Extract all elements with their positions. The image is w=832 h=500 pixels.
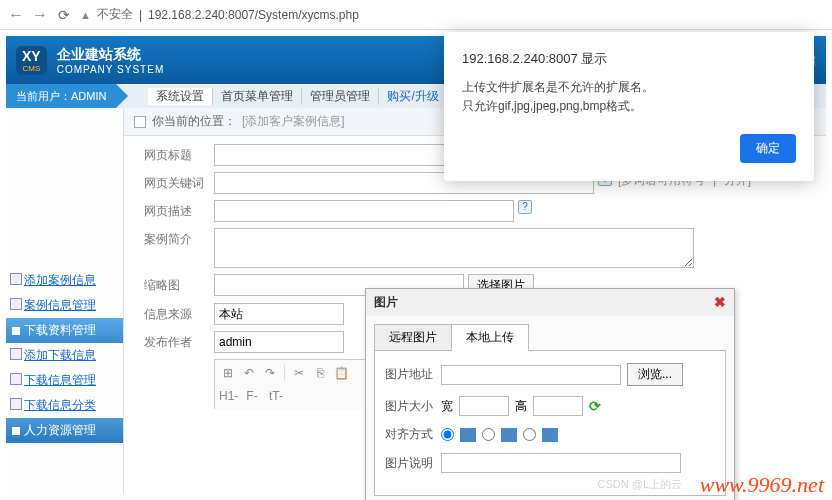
menu-homepage[interactable]: 首页菜单管理	[213, 88, 302, 105]
alert-message: 上传文件扩展名是不允许的扩展名。 只允许gif,jpg,jpeg,png,bmp…	[462, 78, 796, 116]
alert-title: 192.168.2.240:8007 显示	[462, 50, 796, 68]
undo-icon[interactable]: ↶	[240, 364, 258, 382]
input-width[interactable]	[459, 396, 509, 416]
sidebar-group-hr[interactable]: 人力资源管理	[6, 418, 123, 443]
sidebar: 添加案例信息 案例信息管理 下载资料管理 添加下载信息 下载信息管理 下载信息分…	[6, 108, 124, 494]
heading-dropdown[interactable]: H1-	[219, 387, 237, 405]
label-height: 高	[515, 398, 527, 415]
input-img-url[interactable]	[441, 365, 621, 385]
label-align: 对齐方式	[385, 426, 435, 443]
current-user: 当前用户：ADMIN	[6, 84, 116, 108]
back-button[interactable]: ←	[8, 6, 24, 24]
not-secure-label: 不安全	[97, 6, 133, 23]
url-text: 192.168.2.240:8007/System/xycms.php	[148, 8, 359, 22]
label-author: 发布作者	[144, 331, 214, 351]
input-caption[interactable]	[441, 453, 681, 473]
label-thumb: 缩略图	[144, 274, 214, 294]
alert-line1: 上传文件扩展名是不允许的扩展名。	[462, 78, 796, 97]
label-source: 信息来源	[144, 303, 214, 323]
sidebar-group-download-label: 下载资料管理	[24, 322, 96, 339]
align-radio-3[interactable]	[523, 428, 536, 441]
label-caption: 图片说明	[385, 455, 435, 472]
square-icon	[12, 427, 20, 435]
js-alert: 192.168.2.240:8007 显示 上传文件扩展名是不允许的扩展名。 只…	[444, 32, 814, 181]
input-author[interactable]	[214, 331, 344, 353]
app-title-en: COMPANY SYSTEM	[57, 64, 165, 75]
tab-local[interactable]: 本地上传	[451, 324, 529, 351]
refresh-icon[interactable]: ⟳	[589, 398, 601, 414]
fontsize-dropdown[interactable]: tT-	[267, 387, 285, 405]
cut-icon[interactable]: ✂	[290, 364, 308, 382]
label-keywords: 网页关键词	[144, 172, 214, 192]
label-width: 宽	[441, 398, 453, 415]
sidebar-case-manage[interactable]: 案例信息管理	[6, 293, 123, 318]
font-dropdown[interactable]: F-	[243, 387, 261, 405]
align-img-icon	[501, 428, 517, 442]
image-dialog: 图片 ✖ 远程图片 本地上传 图片地址 浏览... 图片大小 宽 高 ⟳ 对齐方…	[365, 288, 735, 500]
label-desc: 网页描述	[144, 200, 214, 220]
csdn-watermark: CSDN @L上的云	[597, 477, 682, 492]
forward-button[interactable]: →	[32, 6, 48, 24]
copy-icon[interactable]: ⎘	[311, 364, 329, 382]
sidebar-group-hr-label: 人力资源管理	[24, 422, 96, 439]
label-img-size: 图片大小	[385, 398, 435, 415]
logo-text-top: XY	[22, 48, 41, 64]
app-title: 企业建站系统 COMPANY SYSTEM	[57, 46, 165, 75]
paste-icon[interactable]: 📋	[332, 364, 350, 382]
breadcrumb-page: [添加客户案例信息]	[242, 113, 345, 130]
menu-admin[interactable]: 管理员管理	[302, 88, 379, 105]
sidebar-download-category[interactable]: 下载信息分类	[6, 393, 123, 418]
breadcrumb-icon	[134, 116, 146, 128]
reload-button[interactable]: ⟳	[58, 7, 70, 23]
close-icon[interactable]: ✖	[714, 294, 726, 311]
watermark: www.9969.net	[700, 472, 824, 498]
input-desc[interactable]	[214, 200, 514, 222]
browse-button[interactable]: 浏览...	[627, 363, 683, 386]
app-title-cn: 企业建站系统	[57, 46, 165, 64]
dialog-title: 图片	[374, 294, 398, 311]
url-bar[interactable]: ▲ 不安全 | 192.168.2.240:8007/System/xycms.…	[80, 6, 824, 23]
logo: XY CMS	[16, 46, 47, 75]
align-options	[441, 428, 558, 442]
alert-ok-button[interactable]: 确定	[740, 134, 796, 163]
label-title: 网页标题	[144, 144, 214, 164]
warning-icon: ▲	[80, 9, 91, 21]
menu-system[interactable]: 系统设置	[148, 88, 213, 105]
tab-remote[interactable]: 远程图片	[374, 324, 452, 351]
browser-address-bar: ← → ⟳ ▲ 不安全 | 192.168.2.240:8007/System/…	[0, 0, 832, 30]
url-separator: |	[139, 8, 142, 22]
breadcrumb-label: 你当前的位置：	[152, 113, 236, 130]
align-img-icon	[542, 428, 558, 442]
textarea-brief[interactable]	[214, 228, 694, 268]
sidebar-add-case[interactable]: 添加案例信息	[6, 268, 123, 293]
align-radio-2[interactable]	[482, 428, 495, 441]
dialog-titlebar: 图片 ✖	[366, 289, 734, 316]
logo-text-bottom: CMS	[22, 64, 40, 73]
align-img-icon	[460, 428, 476, 442]
square-icon	[12, 327, 20, 335]
alert-line2: 只允许gif,jpg,jpeg,png,bmp格式。	[462, 97, 796, 116]
label-img-url: 图片地址	[385, 366, 435, 383]
redo-icon[interactable]: ↷	[261, 364, 279, 382]
sidebar-add-download[interactable]: 添加下载信息	[6, 343, 123, 368]
label-brief: 案例简介	[144, 228, 214, 248]
sidebar-group-download[interactable]: 下载资料管理	[6, 318, 123, 343]
source-icon[interactable]: ⊞	[219, 364, 237, 382]
input-height[interactable]	[533, 396, 583, 416]
input-source[interactable]	[214, 303, 344, 325]
menu-upgrade[interactable]: 购买/升级	[379, 88, 447, 105]
sidebar-download-manage[interactable]: 下载信息管理	[6, 368, 123, 393]
help-icon[interactable]: ?	[518, 200, 532, 214]
align-radio-1[interactable]	[441, 428, 454, 441]
